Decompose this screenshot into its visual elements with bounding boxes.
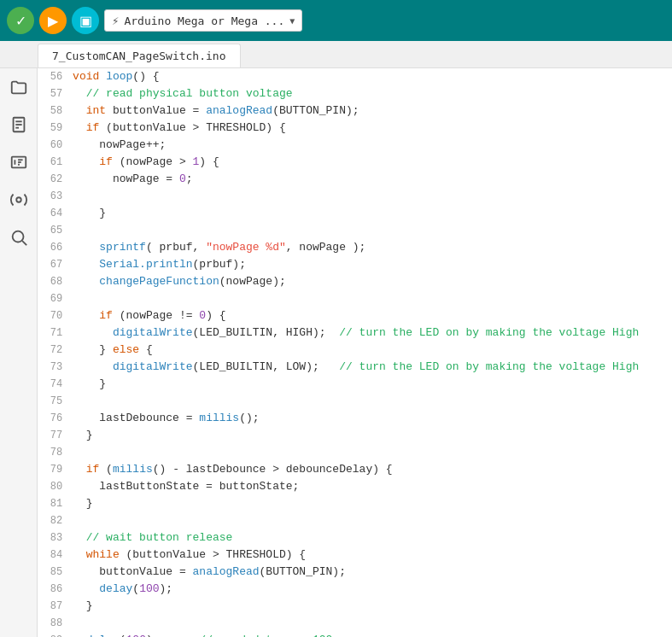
line-number: 60 [38, 137, 73, 154]
table-row: 82 [38, 512, 672, 529]
debugger-button[interactable]: ▣ [72, 7, 99, 34]
line-code: int buttonValue = analogRead(BUTTON_PIN)… [73, 102, 672, 120]
table-row: 85 buttonValue = analogRead(BUTTON_PIN); [38, 564, 672, 581]
table-row: 56void loop() { [38, 68, 672, 85]
line-code [73, 512, 672, 529]
table-row: 89 delay(100); // send data per 100ms [38, 632, 672, 637]
line-code: void loop() { [73, 68, 672, 85]
table-row: 72 } else { [38, 342, 672, 359]
line-code: digitalWrite(LED_BUILTIN, HIGH); // turn… [73, 324, 672, 342]
line-number: 61 [38, 154, 73, 171]
table-row: 71 digitalWrite(LED_BUILTIN, HIGH); // t… [38, 324, 672, 342]
line-number: 77 [38, 427, 73, 444]
line-number: 69 [38, 290, 73, 307]
table-row: 67 Serial.println(prbuf); [38, 256, 672, 273]
line-code: // wait button release [73, 529, 672, 546]
line-number: 88 [38, 615, 73, 632]
line-code [73, 444, 672, 461]
file-tab[interactable]: 7_CustomCAN_PageSwitch.ino [38, 44, 241, 67]
line-number: 58 [38, 102, 73, 120]
table-row: 81 } [38, 495, 672, 512]
line-number: 72 [38, 342, 73, 359]
line-number: 81 [38, 495, 73, 512]
table-row: 79 if (millis() - lastDebounce > debounc… [38, 461, 672, 478]
line-number: 71 [38, 324, 73, 342]
table-row: 70 if (nowPage != 0) { [38, 307, 672, 324]
table-row: 58 int buttonValue = analogRead(BUTTON_P… [38, 102, 672, 120]
line-code: lastDebounce = millis(); [73, 410, 672, 427]
table-row: 86 delay(100); [38, 581, 672, 598]
line-number: 86 [38, 581, 73, 598]
usb-icon: ⚡ [112, 14, 119, 27]
line-number: 83 [38, 529, 73, 546]
sidebar-icon-board-manager[interactable] [7, 188, 31, 212]
svg-point-10 [12, 231, 23, 243]
table-row: 83 // wait button release [38, 529, 672, 546]
line-code: sprintf( prbuf, "nowPage %d", nowPage ); [73, 239, 672, 256]
line-number: 73 [38, 359, 73, 376]
line-code: } [73, 427, 672, 444]
line-code [73, 615, 672, 632]
line-code [73, 393, 672, 410]
table-row: 65 [38, 222, 672, 239]
svg-point-9 [16, 197, 21, 202]
line-number: 79 [38, 461, 73, 478]
line-code: } [73, 495, 672, 512]
line-number: 65 [38, 222, 73, 239]
table-row: 73 digitalWrite(LED_BUILTIN, LOW); // tu… [38, 359, 672, 376]
table-row: 66 sprintf( prbuf, "nowPage %d", nowPage… [38, 239, 672, 256]
toolbar: ✓ ▶ ▣ ⚡ Arduino Mega or Mega ... ▼ [0, 0, 672, 41]
table-row: 88 [38, 615, 672, 632]
line-code: if (millis() - lastDebounce > debounceDe… [73, 461, 672, 478]
code-editor[interactable]: 56void loop() {57 // read physical butto… [38, 68, 672, 637]
line-code [73, 290, 672, 307]
verify-button[interactable]: ✓ [7, 7, 34, 34]
line-code: } [73, 205, 672, 222]
chevron-down-icon: ▼ [289, 16, 295, 26]
line-number: 80 [38, 478, 73, 495]
table-row: 80 lastButtonState = buttonState; [38, 478, 672, 495]
line-code: if (nowPage > 1) { [73, 154, 672, 171]
table-row: 87 } [38, 598, 672, 615]
table-row: 78 [38, 444, 672, 461]
table-row: 61 if (nowPage > 1) { [38, 154, 672, 171]
table-row: 64 } [38, 205, 672, 222]
line-code: Serial.println(prbuf); [73, 256, 672, 273]
line-number: 84 [38, 546, 73, 564]
line-code: lastButtonState = buttonState; [73, 478, 672, 495]
sidebar-icon-folder[interactable] [7, 75, 31, 99]
line-number: 68 [38, 273, 73, 290]
line-code: if (nowPage != 0) { [73, 307, 672, 324]
sidebar [0, 68, 38, 637]
line-code: while (buttonValue > THRESHOLD) { [73, 546, 672, 564]
line-code: delay(100); [73, 581, 672, 598]
sidebar-icon-files[interactable] [7, 113, 31, 137]
line-number: 76 [38, 410, 73, 427]
upload-button[interactable]: ▶ [39, 7, 67, 34]
line-code: buttonValue = analogRead(BUTTON_PIN); [73, 564, 672, 581]
board-selector[interactable]: ⚡ Arduino Mega or Mega ... ▼ [104, 9, 302, 32]
main-area: 56void loop() {57 // read physical butto… [0, 68, 672, 637]
line-number: 67 [38, 256, 73, 273]
table-row: 77 } [38, 427, 672, 444]
line-code: } [73, 376, 672, 393]
table-row: 57 // read physical button voltage [38, 85, 672, 102]
line-number: 66 [38, 239, 73, 256]
line-number: 63 [38, 188, 73, 205]
line-code: changePageFunction(nowPage); [73, 273, 672, 290]
line-code: delay(100); // send data per 100ms [73, 632, 672, 637]
line-number: 75 [38, 393, 73, 410]
line-code: if (buttonValue > THRESHOLD) { [73, 120, 672, 137]
sidebar-icon-serial-monitor[interactable] [7, 150, 31, 174]
sidebar-icon-search[interactable] [7, 225, 31, 249]
line-number: 85 [38, 564, 73, 581]
tab-bar: 7_CustomCAN_PageSwitch.ino [0, 41, 672, 68]
line-code: nowPage = 0; [73, 171, 672, 188]
line-number: 62 [38, 171, 73, 188]
line-number: 57 [38, 85, 73, 102]
table-row: 60 nowPage++; [38, 137, 672, 154]
table-row: 62 nowPage = 0; [38, 171, 672, 188]
line-code [73, 222, 672, 239]
code-table: 56void loop() {57 // read physical butto… [38, 68, 672, 637]
table-row: 68 changePageFunction(nowPage); [38, 273, 672, 290]
